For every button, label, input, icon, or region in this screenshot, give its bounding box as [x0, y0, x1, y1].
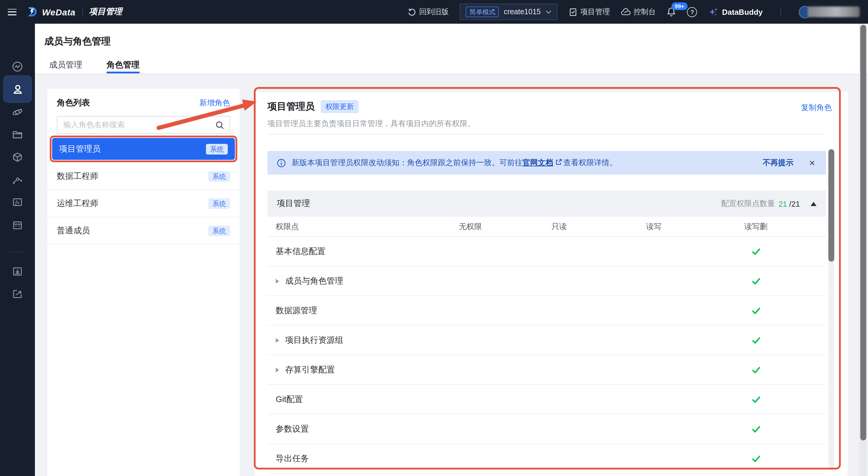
sidebar-item-functions[interactable]: fx	[0, 191, 35, 213]
notifications-button[interactable]: 99+	[667, 7, 676, 17]
permission-row-storage-engine[interactable]: 存算引擎配置	[268, 355, 826, 385]
section-name: 项目管理	[277, 198, 310, 209]
redacted-username	[808, 6, 860, 17]
role-detail-title: 项目管理员	[268, 100, 315, 113]
check-icon	[751, 247, 761, 256]
sidebar-item-members-roles[interactable]	[3, 75, 32, 103]
nav-project-management[interactable]: 项目管理	[568, 7, 610, 17]
sidebar-item-import[interactable]	[0, 260, 35, 282]
svg-text:fx: fx	[16, 199, 20, 205]
function-fx-icon: fx	[12, 196, 23, 208]
sparkle-icon	[709, 7, 719, 17]
project-selector-dropdown[interactable]: 简单模式 create1015	[460, 4, 557, 20]
role-item-ops-engineer[interactable]: 运维工程师 系统	[47, 190, 240, 217]
page-scrollbar-thumb[interactable]	[860, 25, 866, 441]
export-icon	[12, 288, 23, 299]
tab-role-management[interactable]: 角色管理	[106, 60, 140, 70]
cube-icon	[12, 151, 23, 162]
collapse-icon[interactable]	[811, 202, 816, 206]
page-header: 成员与角色管理 成员管理 角色管理	[35, 24, 868, 74]
system-badge: 系统	[208, 225, 230, 236]
permission-row-exec-resource-group[interactable]: 项目执行资源组	[268, 326, 826, 355]
sidebar-item-schedule[interactable]	[0, 214, 35, 236]
sidebar-item-workspace[interactable]	[0, 123, 35, 146]
copy-role-button[interactable]: 复制角色	[801, 102, 832, 113]
expand-icon[interactable]	[276, 278, 279, 283]
permission-table-header: 权限点 无权限 只读 读写 读写删	[268, 217, 826, 237]
user-account-menu[interactable]	[799, 6, 860, 18]
sidebar-item-dashboard[interactable]	[0, 55, 35, 78]
chevron-down-icon	[546, 10, 552, 14]
total-count: 21	[792, 199, 800, 208]
divider	[780, 8, 781, 16]
divider	[82, 8, 83, 16]
help-button[interactable]: ?	[687, 7, 697, 17]
hamburger-menu-icon[interactable]	[8, 8, 17, 15]
add-role-button[interactable]: 新增角色	[199, 98, 230, 108]
dismiss-notice-button[interactable]: 不再提示	[763, 157, 794, 168]
system-badge: 系统	[208, 198, 230, 209]
role-search-input[interactable]: 输入角色名称搜索	[57, 116, 230, 134]
topbar-module-title: 项目管理	[89, 6, 122, 17]
check-icon	[751, 306, 761, 316]
undo-icon	[408, 8, 416, 16]
notification-count-badge: 99+	[672, 2, 687, 10]
official-docs-link[interactable]: 官网文档	[523, 158, 553, 167]
external-link-icon	[555, 159, 562, 166]
databuddy-assistant-button[interactable]: DataBuddy	[709, 7, 763, 17]
inner-scrollbar-track[interactable]	[828, 149, 834, 471]
permission-section-header[interactable]: 项目管理 配置权限点数量 21 / 21	[268, 191, 826, 217]
configured-count: 21	[779, 199, 787, 208]
dashboard-gauge-icon	[12, 61, 23, 72]
topbar-right: 回到旧版 简单模式 create1015 项目管理	[408, 4, 868, 20]
tab-member-management[interactable]: 成员管理	[49, 60, 82, 70]
permission-row-git-config[interactable]: Git配置	[268, 385, 826, 414]
active-tab-underline	[106, 72, 140, 73]
permission-row-members-roles[interactable]: 成员与角色管理	[268, 266, 826, 296]
sidebar-item-lineage[interactable]	[0, 168, 35, 191]
brand[interactable]: WeData	[26, 6, 75, 18]
system-badge: 系统	[208, 171, 230, 181]
branch-node-icon	[12, 174, 23, 185]
permission-change-notice-banner: 新版本项目管理员权限改动须知：角色权限跟之前保持一致。可前往官网文档查看权限详情…	[268, 151, 826, 175]
permission-row-export-task[interactable]: 导出任务	[268, 444, 826, 474]
topbar-left: WeData 项目管理	[0, 6, 122, 18]
check-icon	[751, 336, 761, 345]
sidebar-item-export[interactable]	[0, 282, 35, 305]
permission-row-parameters[interactable]: 参数设置	[268, 414, 826, 444]
check-icon	[751, 454, 761, 464]
search-icon[interactable]	[215, 120, 224, 129]
clipboard-check-icon	[568, 7, 578, 16]
orbit-icon	[12, 106, 23, 118]
close-icon[interactable]: ✕	[809, 159, 815, 167]
role-list-title: 角色列表	[57, 98, 90, 108]
expand-icon[interactable]	[276, 367, 279, 372]
role-item-data-engineer[interactable]: 数据工程师 系统	[47, 163, 240, 190]
sidebar-item-data-integration[interactable]	[0, 101, 35, 123]
wedata-logo-icon	[26, 6, 38, 18]
annotation-box-selected-role: 项目管理员 系统	[50, 136, 237, 162]
permission-row-basic-info[interactable]: 基本信息配置	[268, 237, 826, 266]
top-navigation-bar: WeData 项目管理 回到旧版 简单模式 create1015	[0, 0, 868, 24]
nav-console[interactable]: 控制台	[621, 7, 656, 17]
role-description: 项目管理员主要负责项目日常管理，具有项目内的所有权限。	[268, 118, 475, 129]
back-to-old-version-button[interactable]: 回到旧版	[408, 7, 449, 17]
brand-name: WeData	[42, 7, 75, 17]
permission-row-datasource[interactable]: 数据源管理	[268, 296, 826, 326]
sidebar-item-data-assets[interactable]	[0, 146, 35, 168]
expand-icon[interactable]	[276, 338, 279, 343]
info-icon	[277, 158, 286, 167]
role-list-panel: 角色列表 新增角色 输入角色名称搜索 项目管理员 系统 数据工程师 系统	[47, 89, 240, 476]
role-item-project-admin[interactable]: 项目管理员 系统	[52, 138, 235, 160]
member-person-icon	[11, 83, 23, 95]
divider	[268, 134, 826, 135]
role-item-normal-member[interactable]: 普通成员 系统	[47, 217, 240, 244]
check-icon	[751, 365, 761, 375]
left-sidebar: fx	[0, 24, 35, 476]
inner-scrollbar-thumb[interactable]	[828, 149, 834, 262]
page-title: 成员与角色管理	[44, 35, 111, 48]
current-project-name: create1015	[504, 8, 541, 16]
check-icon	[751, 424, 761, 434]
folder-icon	[12, 129, 23, 140]
wedata-app: WeData 项目管理 回到旧版 简单模式 create1015	[0, 0, 868, 476]
